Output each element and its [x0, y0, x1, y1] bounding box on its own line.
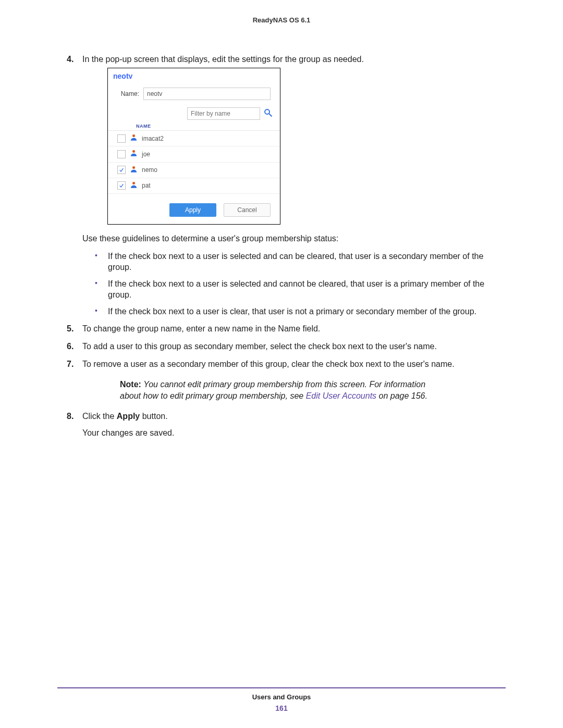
user-name: pat: [142, 181, 151, 190]
footer-section: Users and Groups: [57, 693, 506, 702]
step-number: 5.: [67, 323, 74, 335]
step-number: 8.: [67, 411, 74, 422]
svg-point-4: [132, 166, 135, 168]
user-name: nemo: [142, 166, 157, 174]
apply-word: Apply: [117, 412, 140, 421]
column-header-name: NAME: [108, 123, 280, 131]
svg-point-2: [132, 134, 135, 137]
step-5: 5. To change the group name, enter a new…: [57, 323, 506, 335]
bullet-item: If the check box next to a user is clear…: [95, 306, 506, 317]
step-text: To add a user to this group as secondary…: [82, 342, 437, 351]
step-text: To remove a user as a secondary member o…: [82, 360, 455, 368]
step-text: In the pop-up screen that displays, edit…: [82, 55, 364, 64]
user-row[interactable]: pat: [108, 178, 280, 194]
bullet-item: If the check box next to a user is selec…: [95, 251, 506, 273]
search-icon[interactable]: [263, 108, 273, 119]
group-edit-dialog: neotv Name: NAME: [107, 68, 280, 225]
apply-button[interactable]: Apply: [169, 203, 216, 217]
user-icon: [130, 149, 138, 159]
checkbox-checked[interactable]: [117, 181, 126, 190]
bullet-item: If the check box next to a user is selec…: [95, 278, 506, 301]
user-row[interactable]: imacat2: [108, 131, 280, 146]
user-icon: [130, 181, 138, 191]
note-label: Note:: [120, 380, 141, 389]
svg-point-5: [132, 182, 135, 184]
dialog-title: neotv: [108, 68, 280, 83]
step-8: 8. Click the Apply button. Your changes …: [57, 411, 506, 438]
checkbox-checked[interactable]: [117, 166, 126, 174]
svg-line-1: [269, 114, 272, 116]
checkbox[interactable]: [117, 134, 126, 143]
step-text: Click the: [82, 412, 117, 421]
user-name: joe: [142, 150, 150, 158]
step-6: 6. To add a user to this group as second…: [57, 341, 506, 352]
page-header: ReadyNAS OS 6.1: [57, 16, 506, 25]
step-number: 7.: [67, 359, 74, 370]
svg-point-3: [132, 150, 135, 153]
cancel-button[interactable]: Cancel: [224, 203, 271, 217]
user-name: imacat2: [142, 134, 164, 143]
note-link[interactable]: Edit User Accounts: [306, 391, 376, 400]
name-label: Name:: [117, 90, 139, 98]
name-field[interactable]: [143, 88, 271, 100]
user-icon: [130, 133, 138, 143]
step-number: 6.: [67, 341, 74, 352]
user-row[interactable]: joe: [108, 146, 280, 162]
guidelines-lead: Use these guidelines to determine a user…: [82, 233, 506, 244]
svg-point-0: [265, 109, 270, 114]
user-icon: [130, 165, 138, 175]
note-text: on page 156.: [376, 391, 427, 400]
step-4: 4. In the pop-up screen that displays, e…: [57, 54, 506, 317]
footer-page: 161: [57, 704, 506, 713]
page-footer: Users and Groups 161: [57, 687, 506, 713]
step-result: Your changes are saved.: [82, 427, 506, 439]
checkbox[interactable]: [117, 150, 126, 158]
step-text: button.: [140, 412, 167, 421]
step-number: 4.: [67, 54, 74, 65]
user-row[interactable]: nemo: [108, 163, 280, 178]
step-7: 7. To remove a user as a secondary membe…: [57, 359, 506, 402]
step-text: To change the group name, enter a new na…: [82, 324, 320, 333]
note-block: Note: You cannot edit primary group memb…: [120, 379, 443, 401]
filter-input[interactable]: [187, 107, 260, 120]
